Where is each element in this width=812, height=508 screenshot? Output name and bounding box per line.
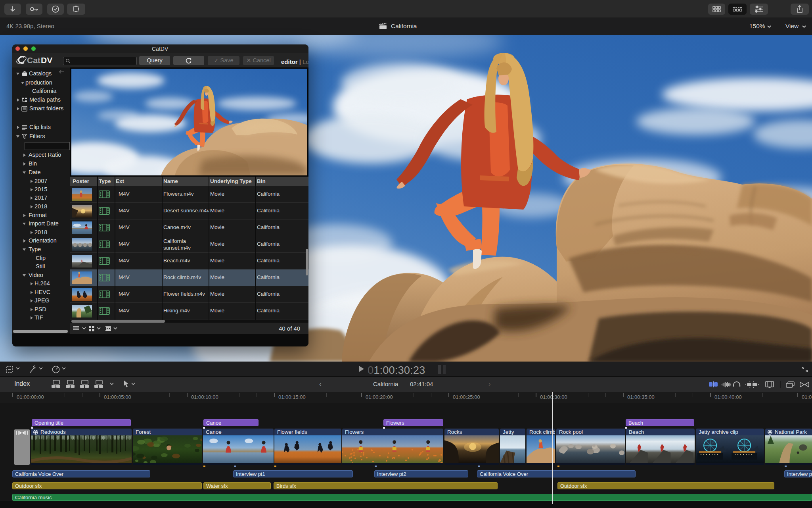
svg-text:Cat: Cat	[27, 56, 40, 65]
svg-text:DV: DV	[41, 56, 52, 65]
